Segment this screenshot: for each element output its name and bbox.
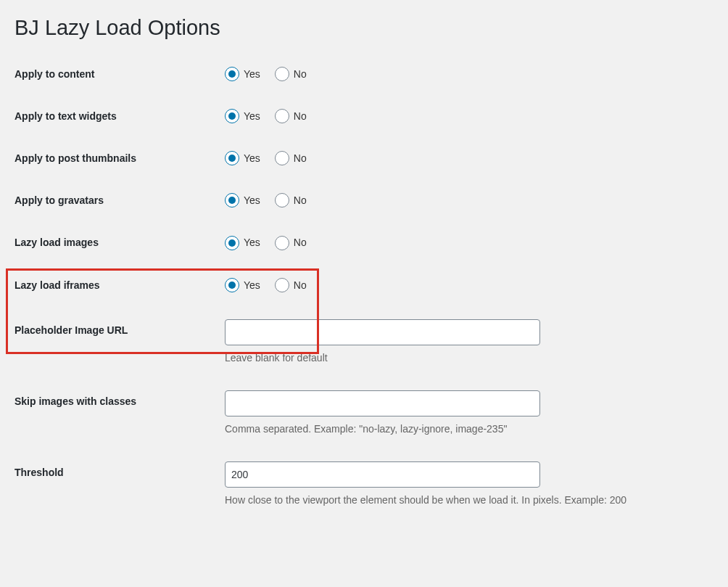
- radio-circle-icon: [225, 109, 239, 123]
- label-placeholder-url: Placeholder Image URL: [15, 306, 218, 377]
- radio-circle-icon: [275, 193, 289, 208]
- radio-lazy-images-yes[interactable]: Yes: [225, 236, 272, 250]
- input-placeholder-url[interactable]: [225, 319, 540, 345]
- label-apply-text-widgets: Apply to text widgets: [15, 95, 218, 137]
- radio-apply-post-thumbnails-yes[interactable]: Yes: [225, 151, 272, 165]
- input-threshold[interactable]: [225, 461, 540, 488]
- label-apply-gravatars: Apply to gravatars: [15, 179, 218, 221]
- label-apply-content: Apply to content: [15, 53, 218, 95]
- radio-circle-icon: [275, 151, 289, 165]
- radio-apply-text-widgets-no[interactable]: No: [275, 109, 318, 123]
- radio-lazy-iframes-yes[interactable]: Yes: [225, 278, 272, 292]
- description-placeholder-url: Leave blank for default: [225, 351, 706, 364]
- radio-circle-icon: [225, 278, 239, 292]
- label-lazy-iframes: Lazy load iframes: [15, 264, 218, 306]
- radio-circle-icon: [275, 236, 289, 250]
- input-skip-classes[interactable]: [225, 390, 540, 416]
- radio-apply-text-widgets-yes[interactable]: Yes: [225, 109, 272, 123]
- description-threshold: How close to the viewport the element sh…: [225, 493, 706, 506]
- label-threshold: Threshold: [15, 448, 218, 520]
- label-apply-post-thumbnails: Apply to post thumbnails: [15, 137, 218, 179]
- label-lazy-images: Lazy load images: [15, 221, 218, 263]
- radio-circle-icon: [225, 193, 239, 208]
- radio-circle-icon: [275, 278, 289, 292]
- radio-circle-icon: [225, 151, 239, 165]
- radio-apply-content-yes[interactable]: Yes: [225, 67, 272, 81]
- description-skip-classes: Comma separated. Example: "no-lazy, lazy…: [225, 422, 706, 435]
- radio-lazy-images-no[interactable]: No: [275, 236, 318, 250]
- radio-circle-icon: [275, 67, 289, 81]
- label-skip-classes: Skip images with classes: [15, 377, 218, 448]
- radio-circle-icon: [225, 67, 239, 81]
- radio-apply-gravatars-yes[interactable]: Yes: [225, 193, 272, 208]
- radio-apply-content-no[interactable]: No: [275, 67, 318, 81]
- page-title: BJ Lazy Load Options: [15, 0, 713, 53]
- radio-apply-post-thumbnails-no[interactable]: No: [275, 151, 318, 165]
- radio-apply-gravatars-no[interactable]: No: [275, 193, 318, 208]
- radio-lazy-iframes-no[interactable]: No: [275, 278, 318, 292]
- radio-circle-icon: [275, 109, 289, 123]
- radio-circle-icon: [225, 236, 239, 250]
